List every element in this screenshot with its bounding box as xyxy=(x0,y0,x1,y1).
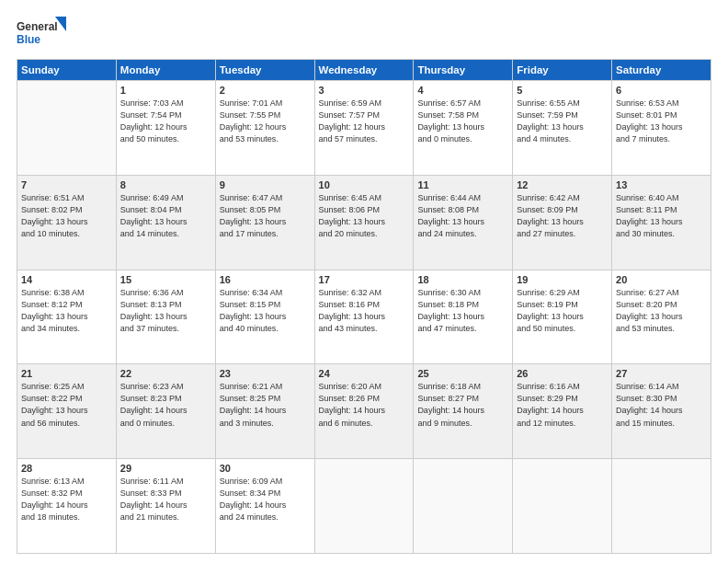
day-info: Sunrise: 6:40 AMSunset: 8:11 PMDaylight:… xyxy=(616,192,707,240)
day-number: 17 xyxy=(319,274,410,285)
calendar-cell: 20Sunrise: 6:27 AMSunset: 8:20 PMDayligh… xyxy=(612,270,711,364)
day-info: Sunrise: 6:27 AMSunset: 8:20 PMDaylight:… xyxy=(616,287,707,335)
calendar-cell xyxy=(314,459,414,554)
day-info: Sunrise: 6:57 AMSunset: 7:58 PMDaylight:… xyxy=(417,98,508,145)
day-number: 13 xyxy=(616,179,707,190)
calendar-cell: 17Sunrise: 6:32 AMSunset: 8:16 PMDayligh… xyxy=(314,270,414,364)
day-info: Sunrise: 6:09 AMSunset: 8:34 PMDaylight:… xyxy=(220,476,311,523)
day-info: Sunrise: 6:21 AMSunset: 8:25 PMDaylight:… xyxy=(220,381,311,429)
day-info: Sunrise: 6:42 AMSunset: 8:09 PMDaylight:… xyxy=(517,192,608,240)
calendar-cell: 12Sunrise: 6:42 AMSunset: 8:09 PMDayligh… xyxy=(513,175,612,270)
day-number: 11 xyxy=(417,179,508,190)
calendar-cell: 6Sunrise: 6:53 AMSunset: 8:01 PMDaylight… xyxy=(612,81,711,176)
day-info: Sunrise: 6:49 AMSunset: 8:04 PMDaylight:… xyxy=(120,192,211,240)
day-header: Thursday xyxy=(414,60,513,81)
day-header: Monday xyxy=(116,60,215,81)
day-info: Sunrise: 6:29 AMSunset: 8:19 PMDaylight:… xyxy=(517,287,608,335)
day-number: 26 xyxy=(517,368,608,379)
calendar-cell: 8Sunrise: 6:49 AMSunset: 8:04 PMDaylight… xyxy=(116,175,215,270)
day-info: Sunrise: 6:20 AMSunset: 8:26 PMDaylight:… xyxy=(319,381,410,429)
day-info: Sunrise: 6:44 AMSunset: 8:08 PMDaylight:… xyxy=(417,192,508,240)
day-number: 9 xyxy=(220,179,311,190)
calendar-cell xyxy=(612,459,711,554)
day-info: Sunrise: 6:55 AMSunset: 7:59 PMDaylight:… xyxy=(517,98,608,145)
svg-text:General: General xyxy=(17,20,58,33)
day-info: Sunrise: 6:59 AMSunset: 7:57 PMDaylight:… xyxy=(319,98,410,145)
logo-svg: General Blue xyxy=(17,17,67,52)
day-info: Sunrise: 6:30 AMSunset: 8:18 PMDaylight:… xyxy=(417,287,508,335)
day-info: Sunrise: 6:32 AMSunset: 8:16 PMDaylight:… xyxy=(319,287,410,335)
day-info: Sunrise: 6:11 AMSunset: 8:33 PMDaylight:… xyxy=(120,476,211,523)
day-number: 14 xyxy=(21,274,112,285)
day-number: 4 xyxy=(417,85,508,96)
day-number: 6 xyxy=(616,85,707,96)
day-number: 19 xyxy=(517,274,608,285)
day-number: 29 xyxy=(120,463,211,474)
day-number: 27 xyxy=(616,368,707,379)
day-number: 1 xyxy=(120,85,211,96)
logo: General Blue xyxy=(17,17,67,52)
day-info: Sunrise: 7:03 AMSunset: 7:54 PMDaylight:… xyxy=(120,98,211,145)
day-info: Sunrise: 6:18 AMSunset: 8:27 PMDaylight:… xyxy=(417,381,508,429)
calendar-cell: 28Sunrise: 6:13 AMSunset: 8:32 PMDayligh… xyxy=(17,459,117,554)
calendar-cell: 3Sunrise: 6:59 AMSunset: 7:57 PMDaylight… xyxy=(314,81,414,176)
calendar-cell: 25Sunrise: 6:18 AMSunset: 8:27 PMDayligh… xyxy=(414,364,513,459)
calendar-cell: 7Sunrise: 6:51 AMSunset: 8:02 PMDaylight… xyxy=(17,175,117,270)
day-info: Sunrise: 6:23 AMSunset: 8:23 PMDaylight:… xyxy=(120,381,211,429)
day-info: Sunrise: 6:51 AMSunset: 8:02 PMDaylight:… xyxy=(21,192,112,240)
calendar-cell: 10Sunrise: 6:45 AMSunset: 8:06 PMDayligh… xyxy=(314,175,414,270)
day-info: Sunrise: 6:47 AMSunset: 8:05 PMDaylight:… xyxy=(220,192,311,240)
day-number: 5 xyxy=(517,85,608,96)
calendar-cell: 14Sunrise: 6:38 AMSunset: 8:12 PMDayligh… xyxy=(17,270,117,364)
day-number: 30 xyxy=(220,463,311,474)
day-number: 28 xyxy=(21,463,112,474)
calendar-cell xyxy=(17,81,117,176)
day-number: 15 xyxy=(120,274,211,285)
day-number: 16 xyxy=(220,274,311,285)
day-number: 7 xyxy=(21,179,112,190)
calendar-cell: 4Sunrise: 6:57 AMSunset: 7:58 PMDaylight… xyxy=(414,81,513,176)
day-info: Sunrise: 6:34 AMSunset: 8:15 PMDaylight:… xyxy=(220,287,311,335)
day-number: 12 xyxy=(517,179,608,190)
day-info: Sunrise: 6:16 AMSunset: 8:29 PMDaylight:… xyxy=(517,381,608,429)
day-number: 2 xyxy=(220,85,311,96)
day-header: Friday xyxy=(513,60,612,81)
calendar-cell: 18Sunrise: 6:30 AMSunset: 8:18 PMDayligh… xyxy=(414,270,513,364)
calendar-cell: 24Sunrise: 6:20 AMSunset: 8:26 PMDayligh… xyxy=(314,364,414,459)
day-info: Sunrise: 6:25 AMSunset: 8:22 PMDaylight:… xyxy=(21,381,112,429)
calendar-cell: 16Sunrise: 6:34 AMSunset: 8:15 PMDayligh… xyxy=(215,270,314,364)
day-number: 23 xyxy=(220,368,311,379)
calendar-cell: 21Sunrise: 6:25 AMSunset: 8:22 PMDayligh… xyxy=(17,364,117,459)
day-number: 18 xyxy=(417,274,508,285)
day-header: Wednesday xyxy=(314,60,414,81)
day-info: Sunrise: 6:45 AMSunset: 8:06 PMDaylight:… xyxy=(319,192,410,240)
day-info: Sunrise: 7:01 AMSunset: 7:55 PMDaylight:… xyxy=(220,98,311,145)
day-header: Sunday xyxy=(17,60,117,81)
day-header: Tuesday xyxy=(215,60,314,81)
calendar-cell: 2Sunrise: 7:01 AMSunset: 7:55 PMDaylight… xyxy=(215,81,314,176)
calendar-cell xyxy=(414,459,513,554)
calendar-cell: 26Sunrise: 6:16 AMSunset: 8:29 PMDayligh… xyxy=(513,364,612,459)
calendar-cell: 5Sunrise: 6:55 AMSunset: 7:59 PMDaylight… xyxy=(513,81,612,176)
day-number: 24 xyxy=(319,368,410,379)
day-header: Saturday xyxy=(612,60,711,81)
calendar-cell: 13Sunrise: 6:40 AMSunset: 8:11 PMDayligh… xyxy=(612,175,711,270)
day-info: Sunrise: 6:14 AMSunset: 8:30 PMDaylight:… xyxy=(616,381,707,429)
svg-text:Blue: Blue xyxy=(17,33,40,46)
day-number: 10 xyxy=(319,179,410,190)
day-number: 25 xyxy=(417,368,508,379)
calendar-cell: 27Sunrise: 6:14 AMSunset: 8:30 PMDayligh… xyxy=(612,364,711,459)
day-info: Sunrise: 6:36 AMSunset: 8:13 PMDaylight:… xyxy=(120,287,211,335)
calendar-cell: 1Sunrise: 7:03 AMSunset: 7:54 PMDaylight… xyxy=(116,81,215,176)
day-number: 20 xyxy=(616,274,707,285)
day-number: 21 xyxy=(21,368,112,379)
day-info: Sunrise: 6:13 AMSunset: 8:32 PMDaylight:… xyxy=(21,476,112,523)
day-number: 22 xyxy=(120,368,211,379)
calendar-cell: 19Sunrise: 6:29 AMSunset: 8:19 PMDayligh… xyxy=(513,270,612,364)
calendar-cell: 15Sunrise: 6:36 AMSunset: 8:13 PMDayligh… xyxy=(116,270,215,364)
calendar-cell xyxy=(513,459,612,554)
day-number: 3 xyxy=(319,85,410,96)
calendar-cell: 22Sunrise: 6:23 AMSunset: 8:23 PMDayligh… xyxy=(116,364,215,459)
day-info: Sunrise: 6:38 AMSunset: 8:12 PMDaylight:… xyxy=(21,287,112,335)
calendar: SundayMondayTuesdayWednesdayThursdayFrid… xyxy=(17,59,711,554)
